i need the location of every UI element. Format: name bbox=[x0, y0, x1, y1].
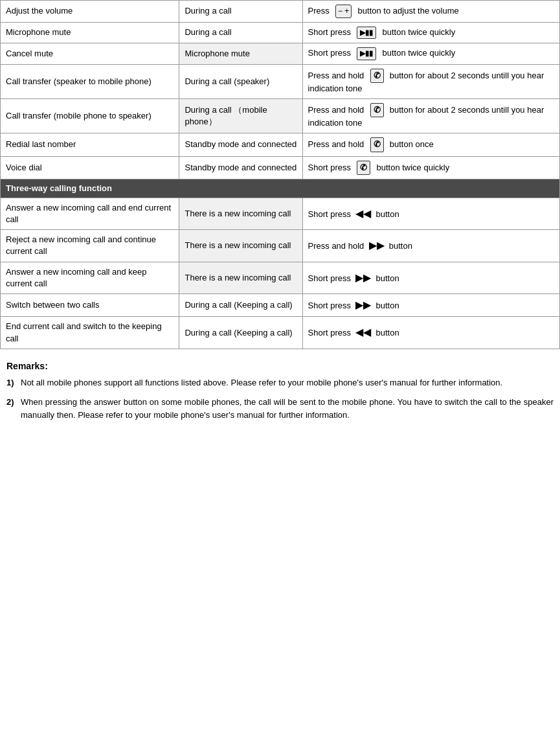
function-cell: Switch between two calls bbox=[1, 294, 179, 317]
table-row: Answer a new incoming call and end curre… bbox=[1, 198, 560, 229]
function-cell: Reject a new incoming call and continue … bbox=[1, 230, 179, 262]
function-cell: Redial last nomber bbox=[1, 133, 179, 156]
action-cell: Short press ▶▶ button bbox=[302, 262, 559, 293]
condition-cell: There is a new incoming call bbox=[179, 198, 302, 229]
function-cell: End current call and switch to the keepi… bbox=[1, 317, 179, 349]
remarks-list: 1) Not all mobile phones support all fun… bbox=[6, 376, 554, 422]
function-cell: Microphone mute bbox=[1, 22, 179, 43]
action-cell: Press and hold ✆ button for about 2 seco… bbox=[302, 64, 559, 98]
condition-cell: Standby mode and connected bbox=[179, 156, 302, 179]
function-cell: Cancel mute bbox=[1, 43, 179, 64]
action-cell: Press and hold ✆ button for about 2 seco… bbox=[302, 98, 559, 133]
phone-icon: ✆ bbox=[370, 103, 384, 117]
table-row: Switch between two calls During a call (… bbox=[1, 294, 560, 317]
fastforward-icon: ▶▶ bbox=[369, 240, 385, 251]
play-pause-icon: ▶▮▮ bbox=[357, 27, 376, 39]
fastforward-icon: ▶▶ bbox=[355, 299, 371, 310]
phone-icon: ✆ bbox=[370, 69, 384, 83]
function-cell: Answer a new incoming call and keep curr… bbox=[1, 262, 179, 293]
condition-cell: During a call bbox=[179, 1, 302, 23]
condition-cell: There is a new incoming call bbox=[179, 230, 302, 262]
function-cell: Call transfer (speaker to mobile phone) bbox=[1, 64, 179, 98]
function-cell: Answer a new incoming call and end curre… bbox=[1, 198, 179, 229]
action-cell: Short press ✆ button twice quickly bbox=[302, 156, 559, 179]
volume-button-icon: − + bbox=[335, 5, 352, 18]
remarks-num: 2) bbox=[6, 396, 21, 422]
action-cell: Press and hold ▶▶ button bbox=[302, 230, 559, 262]
condition-cell: Standby mode and connected bbox=[179, 133, 302, 156]
fastforward-icon: ▶▶ bbox=[355, 272, 371, 283]
condition-cell: There is a new incoming call bbox=[179, 262, 302, 293]
table-row: Call transfer (mobile phone to speaker) … bbox=[1, 98, 560, 133]
condition-cell: During a call bbox=[179, 22, 302, 43]
table-row: Answer a new incoming call and keep curr… bbox=[1, 262, 560, 293]
remarks-title: Remarks: bbox=[6, 361, 554, 371]
action-cell: Short press ▶▶ button bbox=[302, 294, 559, 317]
table-row: Cancel mute Microphone mute Short press … bbox=[1, 43, 560, 64]
remarks-text: Not all mobile phones support all functi… bbox=[21, 376, 502, 389]
play-pause-icon: ▶▮▮ bbox=[357, 47, 376, 60]
section-header-row: Three-way calling function bbox=[1, 179, 560, 198]
condition-cell: During a call (speaker) bbox=[179, 64, 302, 98]
action-cell: Press − + button to adjust the volume bbox=[302, 1, 559, 23]
condition-cell: During a call (Keeping a call) bbox=[179, 294, 302, 317]
table-row: Call transfer (speaker to mobile phone) … bbox=[1, 64, 560, 98]
function-cell: Adjust the volume bbox=[1, 1, 179, 23]
remarks-num: 1) bbox=[6, 376, 21, 389]
remarks-text: When pressing the answer button on some … bbox=[21, 396, 554, 422]
table-row: Voice dial Standby mode and connected Sh… bbox=[1, 156, 560, 179]
table-row: Reject a new incoming call and continue … bbox=[1, 230, 560, 262]
phone-icon: ✆ bbox=[357, 161, 370, 175]
table-row: Redial last nomber Standby mode and conn… bbox=[1, 133, 560, 156]
action-cell: Short press ◀◀ button bbox=[302, 317, 559, 349]
action-cell: Press and hold ✆ button once bbox=[302, 133, 559, 156]
table-row: End current call and switch to the keepi… bbox=[1, 317, 560, 349]
condition-cell: During a call (Keeping a call) bbox=[179, 317, 302, 349]
function-cell: Call transfer (mobile phone to speaker) bbox=[1, 98, 179, 133]
list-item: 1) Not all mobile phones support all fun… bbox=[6, 376, 554, 389]
action-cell: Short press ▶▮▮ button twice quickly bbox=[302, 43, 559, 64]
function-cell: Voice dial bbox=[1, 156, 179, 179]
remarks-section: Remarks: 1) Not all mobile phones suppor… bbox=[0, 349, 560, 435]
condition-cell: During a call （mobile phone） bbox=[179, 98, 302, 133]
rewind-icon: ◀◀ bbox=[355, 208, 371, 219]
rewind-icon: ◀◀ bbox=[355, 326, 371, 338]
phone-icon: ✆ bbox=[370, 137, 384, 152]
action-cell: Short press ◀◀ button bbox=[302, 198, 559, 229]
action-cell: Short press ▶▮▮ button twice quickly bbox=[302, 22, 559, 43]
list-item: 2) When pressing the answer button on so… bbox=[6, 396, 554, 422]
table-row: Microphone mute During a call Short pres… bbox=[1, 22, 560, 43]
table-row: Adjust the volume During a call Press − … bbox=[1, 1, 560, 23]
condition-cell: Microphone mute bbox=[179, 43, 302, 64]
section-header-label: Three-way calling function bbox=[1, 179, 560, 198]
